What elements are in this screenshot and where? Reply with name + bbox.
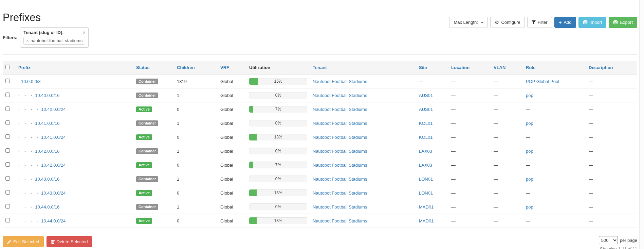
prefix-link[interactable]: 10.44.0.0/24 (41, 218, 66, 223)
delete-selected-button[interactable]: Delete Selected (47, 236, 92, 247)
sort-link[interactable]: Site (419, 65, 427, 70)
filter-remove-icon[interactable]: × (83, 30, 85, 35)
prefix-link[interactable]: 10.0.0.0/8 (21, 79, 41, 84)
filter-value-remove-icon[interactable]: × (26, 38, 29, 43)
tenant-link[interactable]: Nautobot Football Stadiums (313, 149, 367, 154)
tenant-link[interactable]: Nautobot Football Stadiums (313, 107, 367, 112)
cell-link[interactable]: pop (526, 177, 533, 182)
cell-link[interactable]: pop (526, 121, 533, 126)
filter-button[interactable]: Filter (527, 17, 552, 28)
table-row: · · ·10.44.0.0/16 Container 1 Global 0% … (3, 200, 637, 214)
max-length-dropdown[interactable]: Max Length: (449, 17, 488, 28)
row-checkbox[interactable] (5, 120, 10, 125)
cell-link[interactable]: pop (526, 93, 533, 98)
row-checkbox[interactable] (5, 79, 10, 83)
cell-link[interactable]: LON01 (419, 177, 433, 182)
configure-button[interactable]: ⚙ Configure (490, 17, 525, 28)
vlan-cell: — (491, 200, 523, 214)
filter-value-label: nautobot-football-stadiums (31, 38, 82, 43)
tenant-link[interactable]: Nautobot Football Stadiums (313, 190, 367, 196)
max-length-label: Max Length: (454, 20, 478, 24)
table-row: · · · ·10.42.0.0/24 Active 0 Global 7% N… (3, 158, 637, 172)
sort-link[interactable]: Children (177, 65, 195, 70)
cell-link[interactable]: POP Global Pool (526, 79, 559, 84)
cell-link[interactable]: LAX03 (419, 163, 432, 168)
sort-link[interactable]: VRF (220, 65, 229, 70)
children-count: 0 (174, 130, 218, 144)
column-header-vrf: VRF (218, 61, 246, 74)
role-cell: pop (523, 172, 586, 186)
prefix-link[interactable]: 10.44.0.0/16 (35, 204, 59, 210)
sort-link[interactable]: Role (526, 65, 535, 70)
tenant-link[interactable]: Nautobot Football Stadiums (313, 93, 367, 98)
sort-link[interactable]: Status (136, 65, 150, 70)
edit-selected-button[interactable]: Edit Selected (3, 236, 44, 247)
row-checkbox[interactable] (5, 148, 10, 153)
utilization-label: 13% (249, 189, 307, 196)
add-button[interactable]: + Add (554, 17, 576, 28)
description-cell: — (586, 88, 637, 102)
vlan-cell: — (491, 88, 523, 102)
section-divider (3, 54, 637, 55)
vrf-value: Global (218, 158, 246, 172)
tenant-link[interactable]: Nautobot Football Stadiums (313, 121, 367, 126)
row-checkbox[interactable] (5, 176, 10, 181)
utilization-label: 13% (249, 134, 307, 140)
sort-link[interactable]: Prefix (18, 65, 31, 70)
cell-link[interactable]: LAX03 (419, 149, 432, 154)
cell-link[interactable]: MAD01 (419, 218, 434, 223)
funnel-icon (532, 20, 536, 24)
cell-link[interactable]: MAD01 (419, 204, 434, 210)
cell-link[interactable]: AUS01 (419, 107, 433, 112)
sort-link[interactable]: Location (451, 65, 470, 70)
vrf-value: Global (218, 88, 246, 102)
row-checkbox[interactable] (5, 134, 10, 139)
utilization-label: 7% (249, 162, 307, 168)
row-checkbox[interactable] (5, 204, 10, 209)
sort-link[interactable]: VLAN (494, 65, 505, 70)
vlan-cell: — (491, 172, 523, 186)
utilization-label: 0% (249, 120, 307, 127)
prefix-link[interactable]: 10.40.0.0/24 (41, 107, 66, 112)
showing-count: Showing 1-11 of 11 (599, 246, 637, 249)
row-checkbox[interactable] (5, 93, 10, 97)
tenant-link[interactable]: Nautobot Football Stadiums (313, 204, 367, 210)
cell-link[interactable]: pop (526, 204, 533, 210)
tenant-link[interactable]: Nautobot Football Stadiums (313, 218, 367, 223)
tenant-link[interactable]: Nautobot Football Stadiums (313, 163, 367, 168)
description-cell: — (586, 144, 637, 158)
tenant-link[interactable]: Nautobot Football Stadiums (313, 177, 367, 182)
prefix-link[interactable]: 10.42.0.0/24 (41, 163, 66, 168)
indent-dots: · · · (18, 177, 32, 182)
utilization-bar: 7% (249, 162, 307, 168)
row-checkbox[interactable] (5, 218, 10, 222)
description-cell: — (586, 200, 637, 214)
cell-link[interactable]: AUS01 (419, 93, 433, 98)
export-label: Export (620, 20, 633, 24)
prefix-link[interactable]: 10.40.0.0/16 (35, 93, 59, 98)
description-cell: — (586, 74, 637, 88)
per-page-select[interactable]: 500 (599, 236, 618, 244)
prefix-link[interactable]: 10.41.0.0/16 (35, 121, 59, 126)
row-checkbox[interactable] (5, 106, 10, 111)
prefix-link[interactable]: 10.42.0.0/16 (35, 149, 59, 154)
site-cell: LON01 (416, 186, 448, 200)
export-button[interactable]: Export (609, 17, 637, 28)
select-all-checkbox[interactable] (5, 65, 10, 69)
tenant-link[interactable]: Nautobot Football Stadiums (313, 79, 367, 84)
prefix-link[interactable]: 10.43.0.0/24 (41, 190, 66, 196)
cell-link[interactable]: KOL01 (419, 135, 433, 140)
prefix-link[interactable]: 10.41.0.0/24 (41, 135, 66, 140)
cell-link[interactable]: LON01 (419, 190, 433, 196)
description-cell: — (586, 172, 637, 186)
sort-link[interactable]: Tenant (313, 65, 327, 70)
sort-link[interactable]: Description (589, 65, 613, 70)
column-header-status: Status (133, 61, 174, 74)
cell-link[interactable]: pop (526, 149, 533, 154)
row-checkbox[interactable] (5, 162, 10, 167)
tenant-link[interactable]: Nautobot Football Stadiums (313, 135, 367, 140)
prefix-link[interactable]: 10.43.0.0/16 (35, 177, 59, 182)
cell-link[interactable]: KOL01 (419, 121, 433, 126)
row-checkbox[interactable] (5, 190, 10, 195)
import-button[interactable]: Import (578, 17, 607, 28)
